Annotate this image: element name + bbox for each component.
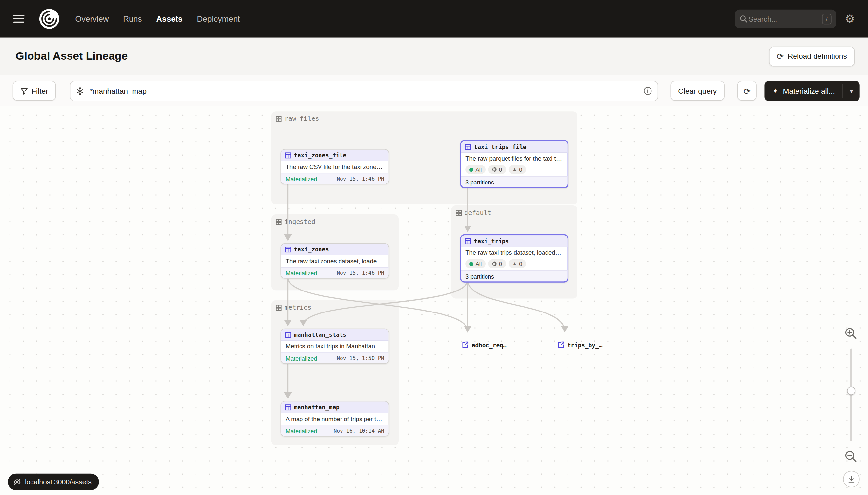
materialize-options-caret[interactable]: ▾ [843,81,860,101]
partition-count: 3 partitions [465,273,494,279]
group-label: raw_files [284,115,319,122]
partition-badges: All 0 ▲0 [461,259,568,270]
asset-name: taxi_trips [474,238,509,244]
asset-description: Metrics on taxi trips in Manhattan [281,341,388,352]
partition-count: 3 partitions [465,178,494,185]
nav-item-deployment[interactable]: Deployment [197,14,240,23]
success-dot-icon [470,262,473,266]
materialized-status: Materialized [286,427,317,434]
materialization-timestamp: Nov 15, 1:46 PM [337,270,384,276]
zoom-slider-track[interactable] [850,348,852,442]
global-search[interactable]: / [735,10,836,28]
materialization-timestamp: Nov 15, 1:50 PM [337,355,384,361]
refresh-icon: ⟳ [743,87,750,95]
nav-item-overview[interactable]: Overview [75,14,109,23]
search-shortcut-key: / [822,14,832,24]
zoom-out-icon[interactable] [844,450,857,463]
table-icon [285,152,291,158]
materialize-all-button[interactable]: ✦ Materialize all... [764,81,843,101]
table-icon [465,238,472,244]
nav-item-assets[interactable]: Assets [156,14,182,23]
settings-gear-icon[interactable]: ⚙ [845,14,854,24]
materialized-status: Materialized [286,355,317,361]
materialization-timestamp: Nov 15, 1:46 PM [337,176,384,182]
zoom-in-icon[interactable] [844,327,857,340]
asset-selection-input[interactable] [70,81,658,101]
asset-name: taxi_zones [294,246,329,252]
materialized-status: Materialized [286,270,317,276]
warning-triangle-icon: ▲ [512,262,517,266]
warning-triangle-icon: ▲ [512,167,517,172]
asset-node-manhattan-map[interactable]: manhattan_map A map of the number of tri… [281,401,389,437]
success-dot-icon [470,167,473,171]
group-icon [276,219,282,225]
asset-name: taxi_trips_file [474,143,527,150]
partitions-failed-badge: ▲0 [509,165,526,174]
asset-node-taxi-trips-file[interactable]: taxi_trips_file The raw parquet files fo… [460,140,568,188]
filter-button[interactable]: Filter [13,81,56,101]
chevron-down-icon: ▾ [850,87,853,95]
refresh-icon: ⟳ [777,52,784,61]
asset-description: The raw CSV file for the taxi zones dat… [281,161,388,173]
materialization-timestamp: Nov 16, 10:14 AM [334,428,384,434]
partitions-missing-badge: 0 [489,259,506,268]
search-input[interactable] [747,14,822,24]
partition-badges: All 0 ▲0 [461,165,568,176]
asset-node-taxi-trips[interactable]: taxi_trips The raw taxi trips dataset, l… [460,234,568,283]
group-label: default [464,209,491,217]
app-root: Overview Runs Assets Deployment / ⚙ Glob… [0,0,868,495]
external-node-adhoc-request[interactable]: adhoc_req… [462,341,507,348]
asset-description: A map of the number of trips per taxi z… [281,413,388,425]
arrow-down-to-line-icon [848,475,855,483]
asset-name: manhattan_map [294,404,339,410]
asset-description: The raw taxi trips dataset, loaded into … [461,247,568,259]
reload-definitions-button[interactable]: ⟳ Reload definitions [769,46,854,66]
refresh-graph-button[interactable]: ⟳ [738,81,757,101]
zoom-slider-handle[interactable] [847,387,855,395]
group-label: metrics [284,304,311,311]
top-nav: Overview Runs Assets Deployment / ⚙ [0,0,868,38]
asset-description: The raw taxi zones dataset, loaded int… [281,255,388,267]
graph-query-icon [76,87,84,95]
asset-description: The raw parquet files for the taxi trips… [461,153,568,165]
eye-off-icon [14,478,21,486]
asset-name: manhattan_stats [294,331,347,338]
nav-item-runs[interactable]: Runs [123,14,142,23]
external-node-trips-by[interactable]: trips_by_… [557,341,602,348]
missing-circle-icon [492,167,497,172]
hamburger-menu-icon[interactable] [14,15,24,23]
table-icon [285,404,291,410]
dagster-logo[interactable] [39,8,60,29]
asset-node-taxi-zones-file[interactable]: taxi_zones_file The raw CSV file for the… [281,149,389,185]
partitions-failed-badge: ▲0 [509,259,526,268]
table-icon [465,144,472,150]
status-bar-url: localhost:3000/assets [8,474,100,490]
group-icon [276,116,282,122]
search-icon [740,15,748,23]
materialize-all-split-button: ✦ Materialize all... ▾ [764,81,860,101]
table-icon [285,246,291,252]
external-asset-label: trips_by_… [568,341,603,348]
partitions-all-badge: All [465,259,485,268]
partitions-missing-badge: 0 [489,165,506,174]
page-title: Global Asset Lineage [15,50,128,63]
lineage-toolbar: Filter Clear query ⟳ [0,75,868,107]
info-icon[interactable] [643,86,652,95]
group-icon [276,304,282,310]
asset-node-taxi-zones[interactable]: taxi_zones The raw taxi zones dataset, l… [281,243,389,279]
clear-query-button[interactable]: Clear query [671,81,725,101]
table-icon [285,331,291,338]
external-link-icon [462,341,469,348]
filter-funnel-icon [20,87,28,95]
lineage-canvas[interactable]: raw_files ingested default [0,106,868,495]
asset-name: taxi_zones_file [294,152,347,158]
group-label: ingested [284,218,315,225]
external-link-icon [557,341,565,348]
recenter-download-button[interactable] [843,471,860,488]
asset-query-input[interactable] [89,86,639,96]
missing-circle-icon [492,262,497,266]
group-icon [456,210,462,216]
materialized-status: Materialized [286,175,317,182]
partitions-all-badge: All [465,165,485,174]
asset-node-manhattan-stats[interactable]: manhattan_stats Metrics on taxi trips in… [281,328,389,364]
